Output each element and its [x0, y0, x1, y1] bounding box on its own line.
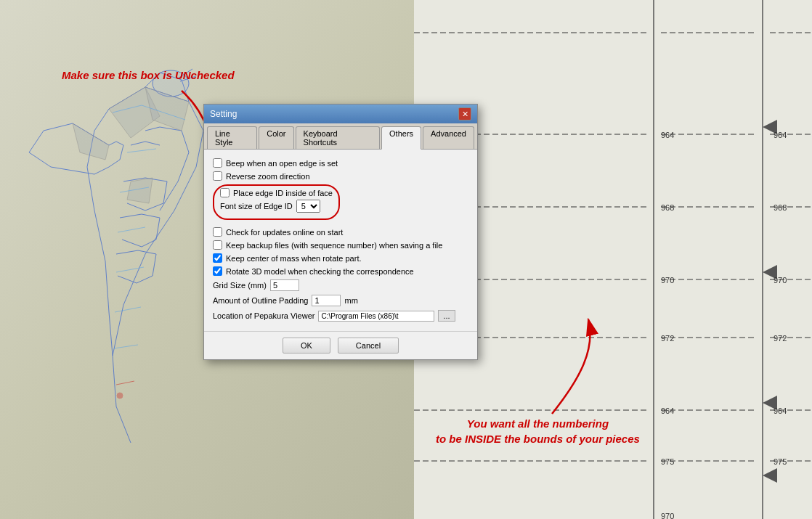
svg-text:970: 970 — [661, 276, 674, 285]
checkbox-updates-label: Check for updates online on start — [226, 228, 343, 237]
highlighted-checkbox-row: Place edge ID inside of face Font size o… — [213, 184, 340, 220]
checkbox-beep-row: Beep when an open edge is set — [213, 158, 468, 168]
checkbox-updates[interactable] — [213, 227, 222, 237]
checkbox-beep-label: Beep when an open edge is set — [226, 159, 338, 168]
grid-size-input[interactable] — [270, 279, 299, 291]
checkbox-center-label: Keep center of mass when rotate part. — [226, 254, 362, 263]
checkbox-backup-row: Keep backup files (with sequence number)… — [213, 240, 468, 250]
svg-text:964: 964 — [661, 406, 674, 415]
dialog-titlebar: Setting ✕ — [204, 105, 477, 123]
browse-button[interactable]: ... — [438, 310, 455, 322]
checkbox-backup[interactable] — [213, 240, 222, 250]
location-label: Location of Pepakura Viewer — [213, 311, 314, 320]
tab-color[interactable]: Color — [259, 126, 293, 149]
outline-padding-input[interactable] — [312, 295, 341, 306]
svg-line-52 — [116, 267, 144, 272]
svg-text:968: 968 — [774, 203, 787, 212]
dialog-title: Setting — [210, 109, 237, 119]
outline-padding-unit: mm — [344, 296, 357, 305]
tab-keyboard-shortcuts[interactable]: Keyboard Shortcuts — [296, 126, 381, 149]
checkbox-edge-label: Place edge ID inside of face — [233, 189, 333, 197]
grid-size-row: Grid Size (mm) — [213, 279, 468, 291]
grid-size-label: Grid Size (mm) — [213, 281, 267, 290]
svg-text:972: 972 — [774, 334, 787, 343]
svg-point-56 — [117, 393, 123, 399]
font-size-row: Font size of Edge ID 5 1 2 3 4 6 7 8 — [220, 200, 333, 213]
checkbox-center-row: Keep center of mass when rotate part. — [213, 253, 468, 263]
svg-text:964: 964 — [774, 131, 787, 139]
font-size-label: Font size of Edge ID — [220, 202, 293, 211]
checkbox-edge-id-highlight: Place edge ID inside of face Font size o… — [213, 184, 468, 224]
location-input[interactable] — [318, 311, 434, 322]
svg-line-55 — [116, 381, 134, 385]
location-row: Location of Pepakura Viewer ... — [213, 310, 468, 322]
svg-text:975: 975 — [661, 457, 674, 466]
checkbox-rotate[interactable] — [213, 266, 222, 276]
checkbox-edge-row: Place edge ID inside of face — [220, 188, 333, 197]
svg-text:970: 970 — [774, 276, 787, 285]
svg-line-54 — [114, 345, 138, 348]
dialog-tabs: Line Style Color Keyboard Shortcuts Othe… — [204, 123, 477, 150]
outline-padding-row: Amount of Outline Padding mm — [213, 295, 468, 306]
svg-text:964: 964 — [774, 406, 787, 415]
svg-text:972: 972 — [661, 334, 674, 343]
checkbox-zoom-label: Reverse zoom direction — [226, 172, 310, 181]
tab-others[interactable]: Others — [381, 126, 421, 150]
svg-text:970: 970 — [661, 512, 674, 519]
ok-button[interactable]: OK — [283, 338, 330, 354]
svg-line-49 — [127, 149, 156, 152]
dialog-content: Beep when an open edge is set Reverse zo… — [204, 150, 477, 331]
font-size-select[interactable]: 5 1 2 3 4 6 7 8 — [296, 200, 320, 213]
svg-marker-26 — [763, 468, 777, 483]
svg-text:964: 964 — [661, 131, 674, 139]
outline-padding-label: Amount of Outline Padding — [213, 296, 308, 305]
settings-dialog: Setting ✕ Line Style Color Keyboard Shor… — [203, 104, 478, 360]
checkbox-zoom[interactable] — [213, 171, 222, 181]
checkbox-rotate-row: Rotate 3D model when checking the corres… — [213, 266, 468, 276]
checkbox-zoom-row: Reverse zoom direction — [213, 171, 468, 181]
svg-line-51 — [118, 227, 145, 232]
close-button[interactable]: ✕ — [458, 107, 471, 120]
tab-advanced[interactable]: Advanced — [423, 126, 474, 149]
checkbox-beep[interactable] — [213, 158, 222, 168]
checkbox-rotate-label: Rotate 3D model when checking the corres… — [226, 267, 414, 276]
checkbox-backup-label: Keep backup files (with sequence number)… — [226, 241, 442, 250]
svg-text:968: 968 — [661, 203, 674, 212]
checkbox-center[interactable] — [213, 253, 222, 263]
svg-line-53 — [115, 307, 141, 312]
dialog-footer: OK Cancel — [204, 331, 477, 359]
cancel-button[interactable]: Cancel — [338, 338, 399, 354]
checkbox-edge-id[interactable] — [220, 188, 230, 197]
tab-line-style[interactable]: Line Style — [207, 126, 257, 149]
annotation-bottom: You want all the numbering to be INSIDE … — [436, 416, 640, 446]
annotation-top: Make sure this box is UNchecked — [62, 69, 235, 81]
svg-text:975: 975 — [774, 457, 787, 466]
checkbox-updates-row: Check for updates online on start — [213, 227, 468, 237]
